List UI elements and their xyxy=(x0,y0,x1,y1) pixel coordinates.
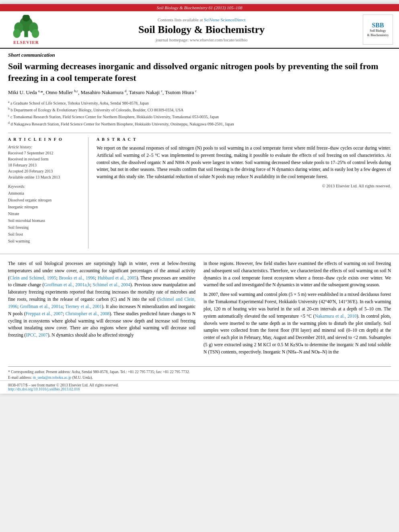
ref-tierney-2001[interactable]: Tierney et al., 2001 xyxy=(65,304,102,309)
keyword-inorganic-n: Inorganic nitrogen xyxy=(8,203,84,210)
body-two-col: The rates of soil biological processes a… xyxy=(8,260,391,358)
ref-groffman-2001a[interactable]: Groffman et al., 2001a xyxy=(20,304,63,309)
footnote-section: * Corresponding author. Present address:… xyxy=(8,366,391,381)
elsevier-tree-icon xyxy=(10,15,42,39)
footer-bar: 0038-0717/$ – see front matter © 2013 El… xyxy=(0,380,399,394)
abstract-text: We report on the seasonal responses of s… xyxy=(97,145,391,181)
svg-point-4 xyxy=(13,29,21,38)
journal-title: Soil Biology & Biochemistry xyxy=(50,24,353,36)
body-left-col: The rates of soil biological processes a… xyxy=(8,260,195,358)
keyword-microbial: Soil microbial biomass xyxy=(8,217,84,224)
svg-point-5 xyxy=(32,29,39,38)
article-history-group: Article history: Received 7 September 20… xyxy=(8,145,84,180)
ref-clein-1995[interactable]: Clein and Schimel, 1995 xyxy=(10,275,56,280)
footnote-email: E-mail address: m_ueda@m.tohoku.ac.jp (M… xyxy=(8,375,391,380)
history-received: Received 7 September 2012 Received in re… xyxy=(8,150,84,180)
body-para-1: The rates of soil biological processes a… xyxy=(8,260,195,339)
ref-freppaz-2007[interactable]: Freppaz et al., 2007 xyxy=(26,311,63,316)
page: Soil Biology & Biochemistry 61 (2013) 10… xyxy=(0,4,399,394)
body-para-3: In 2007, three soil warming and control … xyxy=(204,291,391,355)
footer-doi: http://dx.doi.org/10.1016/j.soilbio.2013… xyxy=(8,387,391,391)
journal-homepage: journal homepage: www.elsevier.com/locat… xyxy=(50,37,353,42)
abstract-heading: A B S T R A C T xyxy=(97,137,391,142)
keyword-frost: Soil frost xyxy=(8,231,84,238)
journal-logo-right: SBB Soil Biology& Biochemistry xyxy=(357,14,393,45)
elsevier-logo: ELSEVIER xyxy=(6,15,46,45)
ref-christopher-2008[interactable]: Christopher et al., 2008 xyxy=(66,311,110,316)
ref-nakamura-2010[interactable]: Nakamura et al., 2010 xyxy=(315,314,356,318)
affil-c: c c Tomakomai Research Station, Field Sc… xyxy=(8,113,391,120)
footnote-corresponding: * Corresponding author. Present address:… xyxy=(8,369,391,375)
journal-citation-bar: Soil Biology & Biochemistry 61 (2013) 10… xyxy=(0,4,399,11)
copyright-line: © 2013 Elsevier Ltd. All rights reserved… xyxy=(97,184,391,188)
journal-header: ELSEVIER Contents lists available at Sci… xyxy=(0,11,399,49)
ref-groffman-2001[interactable]: Groffman et al., 2001a,b xyxy=(44,282,90,287)
body-right-col: in those regions. However, few field stu… xyxy=(204,260,391,358)
authors: Miki U. Ueda a,*, Onno Muller b,c, Masah… xyxy=(0,87,399,98)
email-link[interactable]: m_ueda@m.tohoku.ac.jp xyxy=(33,376,72,380)
abstract-column: A B S T R A C T We report on the seasona… xyxy=(97,137,391,249)
doi-link[interactable]: http://dx.doi.org/10.1016/j.soilbio.2013… xyxy=(8,387,80,391)
affil-d: d d Nakagawa Research Station, Field Sci… xyxy=(8,121,391,127)
keyword-ammonia: Ammonia xyxy=(8,190,84,197)
affil-a: a a Graduate School of Life Science, Toh… xyxy=(8,100,391,107)
article-info-abstract: A R T I C L E I N F O Article history: R… xyxy=(0,135,399,251)
footer-issn: 0038-0717/$ – see front matter © 2013 El… xyxy=(8,383,391,387)
article-title: Soil warming decreases inorganic and dis… xyxy=(0,59,399,87)
keyword-don: Dissolved organic nitrogen xyxy=(8,197,84,203)
journal-logo-box: SBB Soil Biology& Biochemistry xyxy=(363,14,393,45)
keyword-warming: Soil warming xyxy=(8,238,84,244)
keywords-label: Keywords: xyxy=(8,184,84,189)
keyword-nitrate: Nitrate xyxy=(8,210,84,217)
ref-brooks-1996[interactable]: Brooks et al., 1996 xyxy=(59,275,95,280)
sciverse-anchor[interactable]: SciVerse ScienceDirect xyxy=(204,17,245,22)
elsevier-label: ELSEVIER xyxy=(13,40,39,45)
journal-center: Contents lists available at SciVerse Sci… xyxy=(46,17,357,42)
author-names: Miki U. Ueda a,*, Onno Muller b,c, Masah… xyxy=(8,89,197,95)
keywords-group: Keywords: Ammonia Dissolved organic nitr… xyxy=(8,184,84,244)
keyword-freezing: Soil freezing xyxy=(8,224,84,231)
article-info-heading: A R T I C L E I N F O xyxy=(8,137,84,142)
header-divider xyxy=(8,133,391,133)
body-para-2: in those regions. However, few field stu… xyxy=(204,260,391,289)
affil-b: b b Department of Ecology & Evolutionary… xyxy=(8,107,391,113)
sciverse-link: Contents lists available at SciVerse Sci… xyxy=(50,17,353,22)
journal-citation-text: Soil Biology & Biochemistry 61 (2013) 10… xyxy=(156,5,242,10)
affiliations: a a Graduate School of Life Science, Toh… xyxy=(0,98,399,131)
article-info-column: A R T I C L E I N F O Article history: R… xyxy=(8,137,88,249)
article-type: Short communication xyxy=(0,49,399,59)
ref-schimel-2004[interactable]: Schimel et al., 2004 xyxy=(93,282,130,287)
ref-hubbard-2005[interactable]: Hubbard et al., 2005 xyxy=(98,275,136,280)
body-section: The rates of soil biological processes a… xyxy=(0,254,399,362)
history-label: Article history: xyxy=(8,145,84,149)
logo-box-text: SBB Soil Biology& Biochemistry xyxy=(367,22,389,37)
ref-ipcc-2007[interactable]: IPCC, 2007 xyxy=(26,333,47,337)
sciverse-text: Contents lists available at xyxy=(158,17,204,22)
